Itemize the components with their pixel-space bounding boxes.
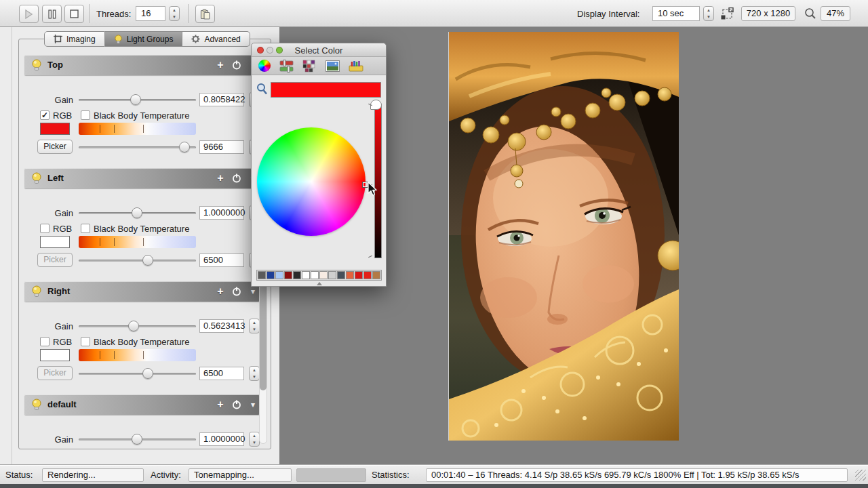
rgb-checkbox[interactable]: ✓ bbox=[40, 110, 50, 120]
threads-label: Threads: bbox=[96, 9, 131, 19]
saved-swatch[interactable] bbox=[258, 271, 266, 279]
magnifier-icon[interactable] bbox=[256, 83, 268, 95]
collapse-chevron-icon[interactable]: ▾ bbox=[247, 285, 259, 298]
slider-thumb[interactable] bbox=[132, 434, 142, 445]
saved-swatch[interactable] bbox=[355, 271, 363, 279]
display-interval-stepper[interactable]: ▲▼ bbox=[703, 6, 714, 21]
activity-label: Activity: bbox=[151, 470, 181, 480]
add-light-group-button[interactable]: + bbox=[214, 285, 226, 298]
color-wheel-tab-icon[interactable] bbox=[258, 60, 271, 72]
gain-stepper[interactable]: ▲▼ bbox=[249, 432, 260, 447]
slider-thumb[interactable] bbox=[142, 255, 153, 266]
light-group-header[interactable]: Left + ▾ bbox=[24, 168, 260, 188]
rendered-image bbox=[448, 32, 678, 441]
slider-thumb[interactable] bbox=[142, 368, 153, 379]
threads-stepper[interactable]: ▲▼ bbox=[169, 6, 180, 21]
light-group-header[interactable]: Top + ▾ bbox=[24, 55, 260, 75]
lightbulb-icon bbox=[31, 399, 43, 411]
tab-imaging[interactable]: Imaging bbox=[44, 31, 105, 47]
blackbody-gradient-bar[interactable] bbox=[79, 123, 196, 135]
power-toggle-button[interactable] bbox=[231, 59, 243, 71]
blackbody-checkbox[interactable] bbox=[81, 224, 90, 233]
rgb-color-swatch[interactable] bbox=[40, 349, 70, 361]
tab-advanced[interactable]: Advanced bbox=[182, 31, 250, 47]
color-wheel[interactable] bbox=[257, 127, 366, 236]
brightness-slider[interactable] bbox=[374, 104, 382, 258]
picker-button[interactable]: Picker bbox=[37, 253, 73, 267]
gain-slider[interactable] bbox=[79, 321, 196, 331]
blackbody-checkbox[interactable] bbox=[81, 337, 90, 346]
slider-thumb[interactable] bbox=[179, 142, 190, 152]
gain-value-field[interactable]: 1.0000000 bbox=[199, 206, 244, 220]
pause-button[interactable] bbox=[42, 5, 62, 23]
tab-light-groups[interactable]: Light Groups bbox=[105, 31, 183, 47]
gain-value-field[interactable]: 0.5623413 bbox=[199, 319, 244, 333]
saved-swatch[interactable] bbox=[267, 271, 275, 279]
power-toggle-button[interactable] bbox=[231, 285, 243, 298]
temperature-slider[interactable] bbox=[79, 368, 196, 379]
gain-slider[interactable] bbox=[79, 94, 196, 105]
temperature-slider[interactable] bbox=[79, 142, 196, 152]
blackbody-gradient-bar[interactable] bbox=[79, 349, 196, 361]
gain-value-field[interactable]: 1.0000000 bbox=[199, 432, 244, 446]
saved-swatch[interactable] bbox=[363, 271, 372, 279]
temperature-slider[interactable] bbox=[79, 255, 196, 266]
saved-swatch[interactable] bbox=[302, 271, 310, 279]
saved-swatch[interactable] bbox=[319, 271, 328, 279]
saved-swatch[interactable] bbox=[284, 271, 292, 279]
gain-stepper[interactable]: ▲▼ bbox=[249, 319, 260, 333]
rgb-color-swatch[interactable] bbox=[40, 123, 70, 135]
picker-button[interactable]: Picker bbox=[37, 140, 73, 154]
light-group-header[interactable]: default + ▾ bbox=[24, 394, 260, 415]
swatch-drawer-grip[interactable] bbox=[317, 282, 322, 285]
rgb-checkbox[interactable] bbox=[40, 224, 50, 233]
stop-button[interactable] bbox=[64, 5, 84, 23]
saved-swatch[interactable] bbox=[293, 271, 301, 279]
light-group-section: Top + ▾ Gain 0.8058422 ▲▼ ✓ RGB Black Bo… bbox=[24, 55, 260, 168]
blackbody-label: Black Body Temperature bbox=[94, 337, 189, 347]
copy-button[interactable] bbox=[195, 5, 215, 23]
display-interval-input[interactable]: 10 sec bbox=[652, 6, 700, 21]
color-palettes-icon[interactable] bbox=[302, 60, 317, 73]
blackbody-gradient-bar[interactable] bbox=[79, 236, 196, 248]
add-light-group-button[interactable]: + bbox=[214, 399, 226, 411]
rgb-checkbox[interactable] bbox=[40, 337, 50, 346]
add-light-group-button[interactable]: + bbox=[214, 59, 226, 71]
gain-value-field[interactable]: 0.8058422 bbox=[199, 93, 244, 106]
blackbody-label: Black Body Temperature bbox=[94, 110, 189, 121]
dialog-titlebar[interactable]: Select Color bbox=[252, 43, 386, 57]
crayons-icon[interactable] bbox=[349, 60, 363, 72]
power-toggle-button[interactable] bbox=[231, 399, 243, 411]
color-sliders-icon[interactable] bbox=[279, 60, 294, 73]
saved-swatch[interactable] bbox=[346, 271, 354, 279]
temperature-value-field[interactable]: 6500 bbox=[199, 253, 244, 267]
rgb-color-swatch[interactable] bbox=[40, 236, 70, 248]
temperature-value-field[interactable]: 6500 bbox=[199, 367, 244, 380]
saved-swatch[interactable] bbox=[372, 271, 380, 279]
panel-splitter[interactable] bbox=[12, 27, 12, 465]
temperature-value-field[interactable]: 9666 bbox=[199, 140, 244, 154]
saved-swatch[interactable] bbox=[328, 271, 336, 279]
saved-swatch[interactable] bbox=[337, 271, 345, 279]
slider-thumb[interactable] bbox=[130, 94, 141, 105]
image-palettes-icon[interactable] bbox=[326, 60, 340, 72]
gain-slider[interactable] bbox=[79, 434, 196, 445]
rgb-label: RGB bbox=[53, 224, 72, 234]
gain-slider[interactable] bbox=[79, 207, 196, 218]
play-button[interactable] bbox=[19, 5, 39, 23]
resize-grip[interactable] bbox=[855, 470, 866, 481]
light-group-header[interactable]: Right + ▾ bbox=[24, 281, 260, 302]
stop-icon bbox=[70, 9, 79, 18]
power-toggle-button[interactable] bbox=[231, 172, 243, 184]
add-light-group-button[interactable]: + bbox=[214, 172, 226, 184]
slider-thumb[interactable] bbox=[128, 321, 139, 331]
saved-swatch[interactable] bbox=[311, 271, 319, 279]
temperature-stepper[interactable]: ▲▼ bbox=[249, 366, 260, 381]
zoom-icon[interactable] bbox=[804, 7, 816, 20]
slider-thumb[interactable] bbox=[132, 207, 142, 218]
collapse-chevron-icon[interactable]: ▾ bbox=[247, 399, 259, 411]
blackbody-checkbox[interactable] bbox=[81, 110, 90, 120]
saved-swatch[interactable] bbox=[275, 271, 283, 279]
picker-button[interactable]: Picker bbox=[37, 366, 73, 380]
threads-input[interactable]: 16 bbox=[136, 6, 165, 21]
